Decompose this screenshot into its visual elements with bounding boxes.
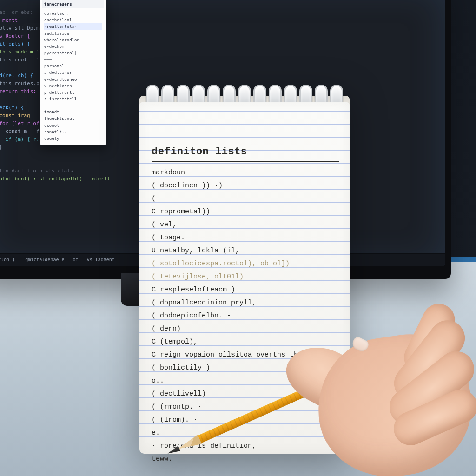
notepad-line: ( (rmontp. ·	[152, 401, 339, 414]
autocomplete-item[interactable]: sanatlt..	[44, 129, 102, 135]
autocomplete-item[interactable]: ·realtertels·	[44, 23, 102, 30]
notepad-line: ( dern)	[152, 323, 339, 336]
autocomplete-item[interactable]: e-dochomn	[44, 43, 102, 50]
notepad-line: teww.	[152, 453, 339, 466]
notepad-line: ( dodoepicofelbn. -	[152, 310, 339, 323]
notepad-line: C roprometal))	[152, 205, 339, 218]
notepad-line: C reign vopaion ollsitoa overtns ther me…	[152, 349, 339, 362]
notepad-line: (	[152, 192, 339, 205]
notepad-line: C (tempol),	[152, 336, 339, 349]
autocomplete-item[interactable]: e-docrdtosheor	[44, 76, 102, 83]
autocomplete-item[interactable]: p-doltsrertl	[44, 89, 102, 96]
autocomplete-item[interactable]: dorostach.	[44, 10, 102, 17]
autocomplete-item[interactable]: ecomot	[44, 122, 102, 129]
notepad-line: C respleselofteacm )	[152, 284, 339, 297]
notepad-line: ( tetevijlose, olt01l)	[152, 271, 339, 284]
autocomplete-item[interactable]: ———	[44, 102, 102, 109]
notepad-line: · rorerond is definition,	[152, 440, 339, 453]
scene: ole pratal manaaowl feslom /aan tom o/ ◇…	[0, 0, 476, 476]
autocomplete-item[interactable]: porsoaal	[44, 63, 102, 69]
notepad-line: ( docelincn )) ·)	[152, 179, 339, 192]
autocomplete-item[interactable]: v-nechlooes	[44, 83, 102, 89]
autocomplete-item[interactable]: c-isrestotell	[44, 96, 102, 102]
notepad-line: ( (lrom). ·	[152, 414, 339, 427]
notepad-line: e.	[152, 427, 339, 440]
autocomplete-popup[interactable]: tanecresers dorostach.onethetlanl·realte…	[40, 0, 106, 145]
autocomplete-item[interactable]: sedilisioe	[44, 30, 102, 37]
notepad-content: definiton lists markdoun( docelincn )) ·…	[152, 147, 339, 444]
notepad-line: ( sptollocicespa.roctol), ob ol])	[152, 258, 339, 271]
autocomplete-item[interactable]: tmandt	[44, 109, 102, 115]
notepad-page: definiton lists markdoun( docelincn )) ·…	[139, 102, 350, 454]
notepad-line: U netalby, lokla (il,	[152, 245, 339, 258]
autocomplete-item[interactable]: wherolsorodlan	[44, 37, 102, 43]
autocomplete-item[interactable]: theecklsanel	[44, 115, 102, 122]
status-left: ptarlon )	[0, 258, 15, 262]
autocomplete-item[interactable]: ———	[44, 56, 102, 63]
autocomplete-item[interactable]: pyeresatoral)	[44, 50, 102, 56]
notepad-title: definiton lists	[152, 147, 339, 162]
autocomplete-item[interactable]: onethetlanl	[44, 17, 102, 23]
status-mid: gmictaldehaele – of – vs ladaent	[25, 258, 115, 262]
autocomplete-item[interactable]: a-dodlsiner	[44, 69, 102, 76]
paper-notepad: definiton lists markdoun( docelincn )) ·…	[139, 82, 350, 454]
notepad-line: ( dopnallcecdinion pryll,	[152, 297, 339, 310]
notepad-line: ( vel,	[152, 218, 339, 231]
notepad-line: ( bonlictily )	[152, 362, 339, 375]
notepad-line: ( dectlivell)	[152, 388, 339, 401]
notepad-line: o..	[152, 375, 339, 388]
autocomplete-header: tanecresers	[42, 0, 104, 8]
notepad-line: markdoun	[152, 166, 339, 179]
notepad-line: ( toage.	[152, 231, 339, 245]
autocomplete-item[interactable]: uoeely	[44, 135, 102, 142]
